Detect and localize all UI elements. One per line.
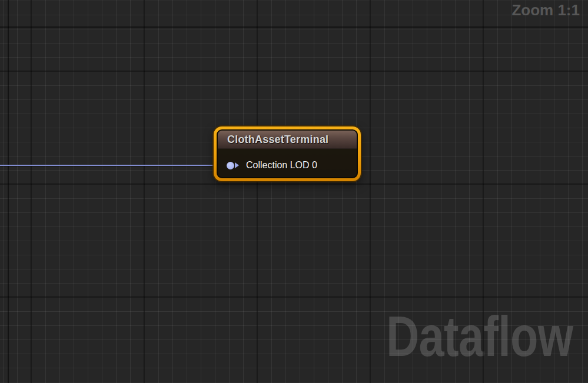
dataflow-watermark: Dataflow: [386, 311, 573, 362]
graph-canvas[interactable]: Dataflow ClothAssetTerminal Collection L…: [0, 0, 588, 383]
node-body: Collection LOD 0: [218, 149, 357, 177]
node-selection-outline: ClothAssetTerminal Collection LOD 0: [214, 126, 361, 181]
node-title: ClothAssetTerminal: [227, 134, 328, 146]
pin-arrow-icon: [235, 162, 239, 168]
pin-row: Collection LOD 0: [218, 160, 317, 171]
zoom-level-indicator: Zoom 1:1: [511, 0, 580, 20]
node-header[interactable]: ClothAssetTerminal: [218, 131, 357, 149]
node-cloth-asset-terminal[interactable]: ClothAssetTerminal Collection LOD 0: [217, 129, 358, 178]
input-pin-icon[interactable]: [227, 162, 234, 169]
pin-label: Collection LOD 0: [246, 160, 317, 171]
connection-wire[interactable]: [0, 165, 231, 166]
